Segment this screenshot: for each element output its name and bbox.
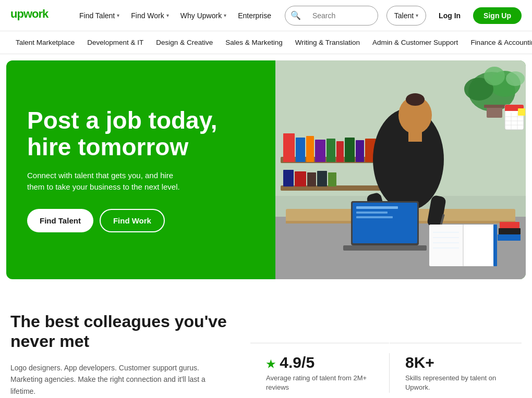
stats-row: ★ 4.9/5 Average rating of talent from 2M… [250,343,522,398]
search-input[interactable] [306,11,378,20]
svg-rect-55 [429,225,463,266]
hero-illustration [275,60,526,279]
svg-rect-50 [356,206,398,209]
nav-enterprise[interactable]: Enterprise [233,8,276,23]
svg-rect-44 [408,131,422,142]
svg-rect-10 [345,138,355,162]
hero-content: Post a job today, hire tomorrow Connect … [6,60,275,279]
why-upwork-chevron-icon: ▾ [224,13,226,18]
svg-rect-53 [343,245,427,251]
talent-filter-dropdown[interactable]: Talent ▾ [386,6,426,26]
stat-rating: ★ 4.9/5 Average rating of talent from 2M… [250,343,389,398]
colleagues-left: The best colleagues you've never met Log… [10,312,229,398]
svg-point-43 [406,93,425,106]
svg-text:upwork: upwork [10,7,49,20]
svg-rect-6 [306,136,314,162]
colleagues-description: Logo designers. App developers. Customer… [10,362,229,397]
logo[interactable]: upwork [10,6,64,24]
svg-rect-4 [283,133,295,162]
subnav-talent-marketplace[interactable]: Talent Marketplace [10,36,80,48]
svg-rect-62 [500,222,519,228]
svg-rect-5 [296,138,305,162]
subnav-design-creative[interactable]: Design & Creative [151,36,218,48]
svg-rect-20 [317,171,327,186]
hero-subtitle: Connect with talent that gets you, and h… [27,170,184,193]
svg-rect-64 [498,234,521,241]
svg-rect-63 [499,228,521,234]
find-talent-chevron-icon: ▾ [117,13,119,18]
svg-rect-51 [356,212,388,214]
svg-rect-7 [315,140,325,162]
svg-rect-19 [307,172,316,186]
hero-find-talent-button[interactable]: Find Talent [27,209,93,232]
nav-why-upwork[interactable]: Why Upwork ▾ [175,8,232,23]
svg-rect-8 [327,139,335,162]
svg-rect-18 [295,171,306,186]
svg-rect-37 [518,108,525,116]
hero-find-work-button[interactable]: Find Work [100,209,165,232]
signup-button[interactable]: Sign Up [473,7,522,24]
hero-title: Post a job today, hire tomorrow [27,107,255,160]
stat-skills: 8K+ Skills represented by talent on Upwo… [390,343,522,398]
stat-skills-label: Skills represented by talent on Upwork. [405,374,506,392]
colleagues-section: The best colleagues you've never met Log… [0,285,532,398]
nav-find-talent[interactable]: Find Talent ▾ [74,8,125,23]
svg-rect-61 [493,225,497,266]
svg-rect-52 [356,216,393,218]
logo-text: upwork [10,6,64,24]
login-button[interactable]: Log In [430,7,469,24]
find-work-chevron-icon: ▾ [166,13,169,18]
stat-rating-label: Average rating of talent from 2M+ review… [266,374,373,392]
hero-image [275,60,526,279]
subnav-admin-support[interactable]: Admin & Customer Support [367,36,463,48]
talent-dropdown-chevron-icon: ▾ [416,13,418,18]
star-icon: ★ [266,358,275,370]
subnav-development-it[interactable]: Development & IT [82,36,149,48]
subnav-sales-marketing[interactable]: Sales & Marketing [220,36,288,48]
svg-rect-9 [336,141,344,162]
svg-rect-11 [356,140,364,162]
svg-point-26 [506,71,525,86]
search-bar: 🔍 [285,6,378,26]
header: upwork Find Talent ▾ Find Work ▾ Why Upw… [0,0,532,31]
main-nav: Find Talent ▾ Find Work ▾ Why Upwork ▾ E… [74,8,276,23]
hero-section: Post a job today, hire tomorrow Connect … [6,60,526,279]
sub-nav: Talent Marketplace Development & IT Desi… [0,31,532,54]
svg-rect-28 [484,105,505,108]
svg-point-25 [484,67,505,85]
svg-rect-21 [328,172,336,186]
hero-buttons: Find Talent Find Work [27,209,255,232]
stat-skills-value: 8K+ [405,354,506,371]
svg-rect-17 [283,170,294,186]
subnav-writing-translation[interactable]: Writing & Translation [290,36,365,48]
svg-rect-27 [487,106,502,118]
subnav-finance-accounting[interactable]: Finance & Accounting [465,36,532,48]
colleagues-title: The best colleagues you've never met [10,312,229,352]
stat-rating-value: ★ 4.9/5 [266,354,373,371]
nav-find-work[interactable]: Find Work ▾ [126,8,174,23]
search-icon: 🔍 [285,10,306,20]
